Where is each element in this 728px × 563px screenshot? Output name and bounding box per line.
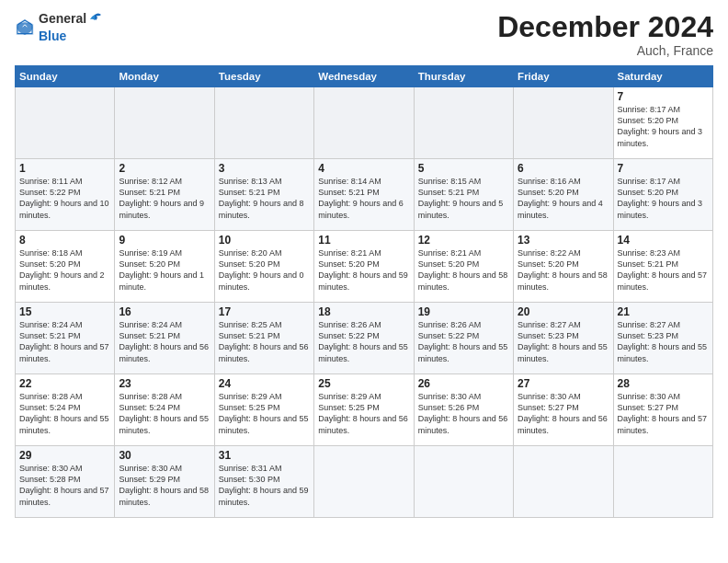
day-number: 17 — [219, 305, 310, 318]
calendar-cell: 17Sunrise: 8:25 AM Sunset: 5:21 PM Dayli… — [214, 303, 313, 374]
cell-info: Sunrise: 8:30 AM Sunset: 5:26 PM Dayligh… — [418, 391, 509, 436]
day-number: 6 — [518, 162, 609, 175]
calendar-cell: 25Sunrise: 8:29 AM Sunset: 5:25 PM Dayli… — [314, 374, 414, 446]
logo-bird-icon — [86, 11, 103, 28]
header-day-sunday: Sunday — [16, 66, 115, 87]
day-number: 12 — [418, 234, 509, 247]
header-day-friday: Friday — [514, 66, 613, 87]
page-container: General Blue December 2024 Auch, France … — [0, 0, 728, 525]
day-number: 1 — [19, 162, 110, 175]
calendar-cell: 12Sunrise: 8:21 AM Sunset: 5:20 PM Dayli… — [414, 231, 513, 303]
calendar-table: SundayMondayTuesdayWednesdayThursdayFrid… — [15, 65, 713, 518]
day-number: 30 — [119, 449, 210, 462]
calendar-cell: 22Sunrise: 8:28 AM Sunset: 5:24 PM Dayli… — [16, 374, 115, 446]
calendar-week-1: 1Sunrise: 8:11 AM Sunset: 5:22 PM Daylig… — [16, 159, 713, 231]
calendar-cell: 2Sunrise: 8:12 AM Sunset: 5:21 PM Daylig… — [115, 159, 214, 231]
cell-info: Sunrise: 8:25 AM Sunset: 5:21 PM Dayligh… — [219, 319, 310, 364]
cell-info: Sunrise: 8:30 AM Sunset: 5:27 PM Dayligh… — [618, 391, 709, 436]
cell-info: Sunrise: 8:18 AM Sunset: 5:20 PM Dayligh… — [19, 247, 110, 293]
day-number: 28 — [618, 377, 709, 390]
logo: General Blue — [15, 11, 103, 44]
cell-info: Sunrise: 8:14 AM Sunset: 5:21 PM Dayligh… — [318, 176, 409, 221]
calendar-cell — [16, 87, 115, 159]
calendar-cell: 3Sunrise: 8:13 AM Sunset: 5:21 PM Daylig… — [214, 159, 313, 231]
calendar-cell: 20Sunrise: 8:27 AM Sunset: 5:23 PM Dayli… — [514, 303, 613, 374]
cell-info: Sunrise: 8:29 AM Sunset: 5:25 PM Dayligh… — [219, 391, 310, 436]
calendar-cell: 28Sunrise: 8:30 AM Sunset: 5:27 PM Dayli… — [613, 374, 712, 446]
day-number: 3 — [219, 162, 310, 175]
location: Auch, France — [497, 43, 713, 58]
calendar-cell — [314, 446, 414, 518]
title-block: December 2024 Auch, France — [497, 11, 713, 58]
cell-info: Sunrise: 8:30 AM Sunset: 5:29 PM Dayligh… — [119, 463, 210, 508]
cell-info: Sunrise: 8:30 AM Sunset: 5:28 PM Dayligh… — [19, 463, 110, 508]
day-number: 8 — [19, 234, 110, 247]
day-number: 31 — [219, 449, 310, 462]
calendar-cell — [414, 446, 513, 518]
header-day-saturday: Saturday — [613, 66, 712, 87]
day-number: 20 — [518, 305, 609, 318]
cell-info: Sunrise: 8:16 AM Sunset: 5:20 PM Dayligh… — [518, 176, 609, 221]
cell-info: Sunrise: 8:27 AM Sunset: 5:23 PM Dayligh… — [618, 319, 709, 364]
calendar-cell: 16Sunrise: 8:24 AM Sunset: 5:21 PM Dayli… — [115, 303, 214, 374]
calendar-cell — [214, 87, 313, 159]
cell-info: Sunrise: 8:21 AM Sunset: 5:20 PM Dayligh… — [418, 247, 509, 293]
day-number: 21 — [618, 305, 709, 318]
day-number: 4 — [318, 162, 409, 175]
cell-info: Sunrise: 8:13 AM Sunset: 5:21 PM Dayligh… — [219, 176, 310, 221]
calendar-header: SundayMondayTuesdayWednesdayThursdayFrid… — [16, 66, 713, 87]
cell-info: Sunrise: 8:31 AM Sunset: 5:30 PM Dayligh… — [219, 463, 310, 508]
header-day-thursday: Thursday — [414, 66, 513, 87]
day-number: 10 — [219, 234, 310, 247]
header-day-wednesday: Wednesday — [314, 66, 414, 87]
day-number: 26 — [418, 377, 509, 390]
calendar-cell: 8Sunrise: 8:18 AM Sunset: 5:20 PM Daylig… — [16, 231, 115, 303]
day-number: 23 — [119, 377, 210, 390]
calendar-cell: 5Sunrise: 8:15 AM Sunset: 5:21 PM Daylig… — [414, 159, 513, 231]
cell-info: Sunrise: 8:28 AM Sunset: 5:24 PM Dayligh… — [19, 391, 110, 436]
day-number: 9 — [119, 234, 210, 247]
calendar-cell — [115, 87, 214, 159]
calendar-cell: 7Sunrise: 8:17 AM Sunset: 5:20 PM Daylig… — [613, 159, 712, 231]
day-number: 18 — [318, 305, 409, 318]
calendar-cell: 19Sunrise: 8:26 AM Sunset: 5:22 PM Dayli… — [414, 303, 513, 374]
calendar-week-5: 29Sunrise: 8:30 AM Sunset: 5:28 PM Dayli… — [16, 446, 713, 518]
day-number: 7 — [618, 162, 709, 175]
calendar-cell — [314, 87, 414, 159]
calendar-body: 7Sunrise: 8:17 AM Sunset: 5:20 PM Daylig… — [16, 87, 713, 518]
cell-info: Sunrise: 8:19 AM Sunset: 5:20 PM Dayligh… — [119, 247, 210, 293]
calendar-week-4: 22Sunrise: 8:28 AM Sunset: 5:24 PM Dayli… — [16, 374, 713, 446]
day-number: 24 — [219, 377, 310, 390]
calendar-cell: 21Sunrise: 8:27 AM Sunset: 5:23 PM Dayli… — [613, 303, 712, 374]
month-title: December 2024 — [497, 11, 713, 43]
cell-info: Sunrise: 8:11 AM Sunset: 5:22 PM Dayligh… — [19, 176, 110, 221]
calendar-cell: 4Sunrise: 8:14 AM Sunset: 5:21 PM Daylig… — [314, 159, 414, 231]
cell-info: Sunrise: 8:15 AM Sunset: 5:21 PM Dayligh… — [418, 176, 509, 221]
logo-general: General — [39, 12, 86, 26]
calendar-cell — [613, 446, 712, 518]
day-number: 14 — [618, 234, 709, 247]
calendar-cell: 24Sunrise: 8:29 AM Sunset: 5:25 PM Dayli… — [214, 374, 313, 446]
calendar-cell: 26Sunrise: 8:30 AM Sunset: 5:26 PM Dayli… — [414, 374, 513, 446]
cell-info: Sunrise: 8:26 AM Sunset: 5:22 PM Dayligh… — [318, 319, 409, 364]
day-number: 15 — [19, 305, 110, 318]
calendar-cell: 15Sunrise: 8:24 AM Sunset: 5:21 PM Dayli… — [16, 303, 115, 374]
calendar-cell: 30Sunrise: 8:30 AM Sunset: 5:29 PM Dayli… — [115, 446, 214, 518]
day-number: 19 — [418, 305, 509, 318]
logo-text: General Blue — [39, 11, 103, 44]
cell-info: Sunrise: 8:27 AM Sunset: 5:23 PM Dayligh… — [518, 319, 609, 364]
calendar-cell: 31Sunrise: 8:31 AM Sunset: 5:30 PM Dayli… — [214, 446, 313, 518]
day-number: 27 — [518, 377, 609, 390]
calendar-cell: 11Sunrise: 8:21 AM Sunset: 5:20 PM Dayli… — [314, 231, 414, 303]
calendar-cell: 27Sunrise: 8:30 AM Sunset: 5:27 PM Dayli… — [514, 374, 613, 446]
calendar-week-0: 7Sunrise: 8:17 AM Sunset: 5:20 PM Daylig… — [16, 87, 713, 159]
calendar-cell: 6Sunrise: 8:16 AM Sunset: 5:20 PM Daylig… — [514, 159, 613, 231]
calendar-cell: 18Sunrise: 8:26 AM Sunset: 5:22 PM Dayli… — [314, 303, 414, 374]
day-number: 25 — [318, 377, 409, 390]
day-number: 22 — [19, 377, 110, 390]
calendar-cell: 1Sunrise: 8:11 AM Sunset: 5:22 PM Daylig… — [16, 159, 115, 231]
cell-info: Sunrise: 8:17 AM Sunset: 5:20 PM Dayligh… — [618, 176, 709, 221]
cell-info: Sunrise: 8:12 AM Sunset: 5:21 PM Dayligh… — [119, 176, 210, 221]
logo-icon — [15, 17, 35, 38]
calendar-cell: 29Sunrise: 8:30 AM Sunset: 5:28 PM Dayli… — [16, 446, 115, 518]
